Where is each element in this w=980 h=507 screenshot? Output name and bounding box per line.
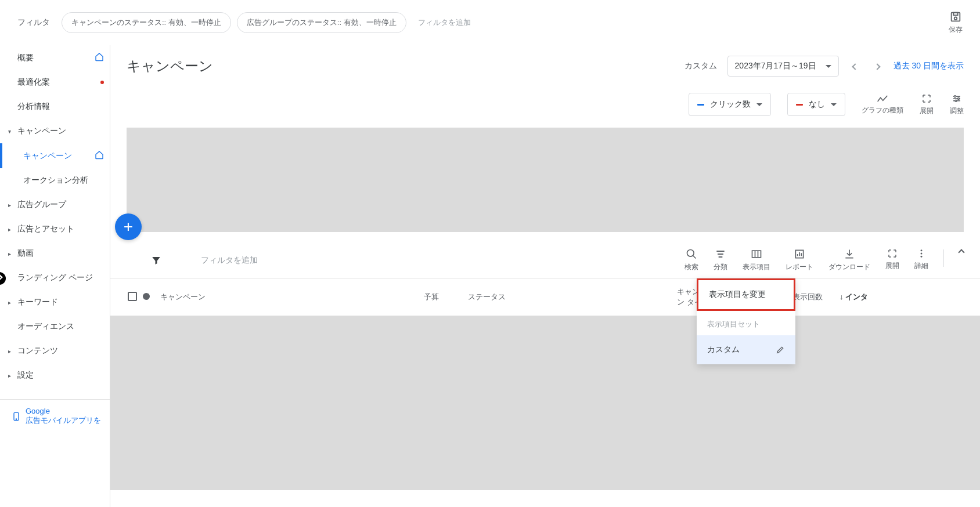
segment-button[interactable]: 分類 xyxy=(714,248,727,272)
nav-audiences[interactable]: オーディエンス xyxy=(0,314,110,339)
header-budget[interactable]: 予算 xyxy=(346,292,462,302)
svg-point-4 xyxy=(16,419,16,419)
search-icon xyxy=(686,248,697,260)
date-range-value: 2023年7月17日～19日 xyxy=(735,61,816,71)
nav-label: 概要 xyxy=(17,53,34,63)
filter-chip-adgroup-status[interactable]: 広告グループのステータス:: 有効、一時停止 xyxy=(237,12,406,33)
nav-recommendations[interactable]: 最適化案 xyxy=(0,70,110,95)
header-checkbox[interactable] xyxy=(122,292,137,303)
table-expand-button[interactable]: 展開 xyxy=(885,248,899,271)
nav-campaigns[interactable]: キャンペーン xyxy=(0,143,110,168)
table-add-filter[interactable]: フィルタを追加 xyxy=(201,255,258,266)
nav-label: オーディエンス xyxy=(17,321,74,332)
filter-bar: フィルタ キャンペーンのステータス:: 有効、一時停止 広告グループのステータス… xyxy=(0,0,980,45)
nav-insights[interactable]: 分析情報 xyxy=(0,95,110,119)
date-range-picker[interactable]: 2023年7月17日～19日 xyxy=(727,56,839,77)
caret-icon: ▾ xyxy=(8,128,11,135)
svg-point-7 xyxy=(955,100,957,102)
detail-button[interactable]: 詳細 xyxy=(914,248,928,271)
columns-dropdown-menu: 表示項目を変更 表示項目セット カスタム xyxy=(697,278,795,364)
chevron-down-icon xyxy=(831,103,837,106)
home-icon xyxy=(95,52,104,63)
chevron-left-icon xyxy=(852,63,858,70)
date-prev-button[interactable] xyxy=(849,58,861,74)
columns-icon xyxy=(751,248,762,260)
chip-text: キャンペーンのステータス:: 有効、一時停止 xyxy=(71,18,221,27)
nav-keywords[interactable]: ▸キーワード xyxy=(0,290,110,314)
tool-label: 展開 xyxy=(920,107,934,115)
nav-auction-insights[interactable]: オークション分析 xyxy=(0,168,110,193)
date-next-button[interactable] xyxy=(871,58,883,74)
add-filter-link[interactable]: フィルタを追加 xyxy=(418,17,471,28)
svg-point-6 xyxy=(958,97,960,99)
status-dot-icon xyxy=(143,293,150,300)
caret-icon: ▸ xyxy=(8,251,11,257)
chart-type-button[interactable]: グラフの種類 xyxy=(862,94,903,115)
table-toolbar: フィルタを追加 検索 分類 表示項目 レポート ダウンロード 展開 詳細 xyxy=(110,240,980,278)
save-button[interactable]: 保存 xyxy=(949,10,963,35)
save-label: 保存 xyxy=(949,25,963,35)
change-columns-option[interactable]: 表示項目を変更 xyxy=(697,278,795,311)
collapse-button[interactable] xyxy=(959,248,964,256)
option-label: カスタム xyxy=(707,345,740,355)
nav-ads-assets[interactable]: ▸広告とアセット xyxy=(0,217,110,241)
download-button[interactable]: ダウンロード xyxy=(828,248,870,272)
filter-chip-campaign-status[interactable]: キャンペーンのステータス:: 有効、一時停止 xyxy=(62,12,231,33)
svg-point-11 xyxy=(921,249,923,251)
pencil-icon xyxy=(776,345,785,354)
search-button[interactable]: 検索 xyxy=(684,248,698,272)
expand-icon xyxy=(921,93,932,104)
divider xyxy=(943,249,944,267)
nav-label: 広告とアセット xyxy=(17,224,74,234)
add-campaign-fab[interactable]: + xyxy=(115,213,142,240)
svg-point-2 xyxy=(954,17,957,20)
caret-icon: ▸ xyxy=(8,226,11,233)
chart-area xyxy=(127,128,964,232)
tool-label: 詳細 xyxy=(914,262,928,270)
date-range-label: カスタム xyxy=(684,61,717,71)
nav-label: 設定 xyxy=(17,370,34,381)
metric2-dropdown[interactable]: なし xyxy=(787,93,845,116)
tool-label: レポート xyxy=(786,263,813,271)
nav-settings[interactable]: ▸設定 xyxy=(0,363,110,388)
report-icon xyxy=(794,248,805,260)
header-interactions[interactable]: ↓ インタ xyxy=(834,292,968,302)
svg-point-12 xyxy=(921,253,923,255)
tool-label: ダウンロード xyxy=(828,263,870,271)
nav-landing-pages[interactable]: ランディング ページ xyxy=(0,266,110,290)
nav-overview[interactable]: 概要 xyxy=(0,45,110,70)
caret-icon: ▸ xyxy=(8,202,11,208)
filter-icon[interactable] xyxy=(151,255,161,266)
chart-line-icon xyxy=(877,94,888,103)
nav-content[interactable]: ▸コンテンツ xyxy=(0,339,110,363)
header-campaign[interactable]: キャンペーン xyxy=(154,292,346,302)
nav-campaigns-group[interactable]: ▾キャンペーン xyxy=(0,119,110,143)
show-30-days-link[interactable]: 過去 30 日間を表示 xyxy=(893,61,964,71)
tool-label: グラフの種類 xyxy=(862,106,903,114)
svg-rect-9 xyxy=(752,251,761,258)
mobile-app-link[interactable]: Google広告モバイルアプリを xyxy=(0,399,110,433)
chart-expand-button[interactable]: 展開 xyxy=(920,93,934,116)
nav-label: 動画 xyxy=(17,248,34,259)
chevron-down-icon xyxy=(826,65,831,68)
download-icon xyxy=(844,248,855,260)
tool-label: 展開 xyxy=(885,262,899,270)
column-set-section-label: 表示項目セット xyxy=(697,311,795,335)
columns-button[interactable]: 表示項目 xyxy=(743,248,770,272)
caret-icon: ▸ xyxy=(8,372,11,379)
nav-video[interactable]: ▸動画 xyxy=(0,241,110,266)
header-status[interactable]: ステータス xyxy=(462,292,572,302)
main-content: + キャンペーン カスタム 2023年7月17日～19日 過去 30 日間を表示… xyxy=(110,45,980,507)
nav-adgroups[interactable]: ▸広告グループ xyxy=(0,193,110,217)
svg-point-5 xyxy=(954,95,956,97)
mobile-icon xyxy=(12,411,21,422)
filter-label: フィルタ xyxy=(17,17,50,28)
mobile-app-text: Google広告モバイルアプリを xyxy=(26,407,101,426)
chart-adjust-button[interactable]: 調整 xyxy=(950,93,964,116)
report-button[interactable]: レポート xyxy=(786,248,813,272)
metric1-dropdown[interactable]: クリック数 xyxy=(689,93,771,116)
custom-columns-option[interactable]: カスタム xyxy=(697,335,795,364)
segment-icon xyxy=(715,248,726,260)
sidebar: 概要 最適化案 分析情報 ▾キャンペーン キャンペーン オークション分析 ▸広告… xyxy=(0,45,110,507)
chip-text: 広告グループのステータス:: 有効、一時停止 xyxy=(247,18,397,27)
